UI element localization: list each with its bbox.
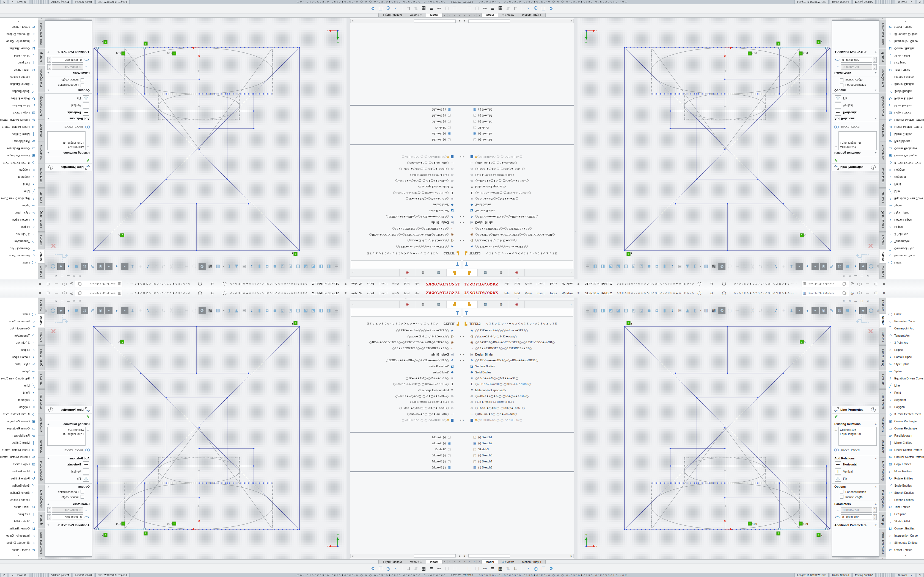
scrollbar-thumb[interactable] bbox=[414, 19, 456, 23]
feature-tool-icon-24[interactable]: ◇ bbox=[765, 263, 772, 270]
tree-item-row[interactable]: ▶▆◘◯2SЗΕИNΛ∩∙◯∘◯∙∩ΛNИЗΕS2◯ bbox=[462, 155, 522, 160]
bottom-tool-icon-5[interactable]: ⇅ bbox=[504, 566, 512, 571]
quick-access-toolbar-glyphs-right[interactable]: ⊙∙⊙ЗΕ⊙♟⊙2S⊙∙⊙ЗΕ⊙⊃C⊙✚⊙∘∘... bbox=[734, 283, 799, 285]
search-dropdown-icon[interactable]: ▾ bbox=[846, 283, 848, 285]
panel-collapse-grip[interactable]: ∘ bbox=[350, 298, 462, 301]
configurationmanager-tab[interactable]: ⊕ bbox=[415, 269, 431, 276]
tool-fit-spline[interactable]: ∫Fit Spline bbox=[886, 60, 924, 66]
options-section[interactable]: Options ∧ bbox=[45, 483, 92, 489]
feature-tool-icon-12[interactable]: ⊞ bbox=[241, 307, 247, 314]
option-infinite-length[interactable]: Infinite length bbox=[45, 494, 92, 500]
relation-entry[interactable]: Equal length109 bbox=[840, 432, 876, 436]
feature-tool-icon-1[interactable]: ◧ bbox=[325, 263, 332, 270]
cm-tab-mold-tools[interactable]: Mold Tools bbox=[879, 120, 887, 141]
doc-minimize-icon[interactable]: — bbox=[853, 274, 859, 277]
tree-item-row[interactable]: ≡Material <not specified> bbox=[462, 184, 506, 190]
tool-extend-entities[interactable]: ⊢Extend Entities bbox=[886, 496, 924, 503]
spinner-control[interactable]: ▲▼ bbox=[873, 507, 877, 513]
doc-restore-icon[interactable]: ❐ bbox=[59, 300, 65, 303]
tags-icon[interactable]: ✎ bbox=[917, 573, 924, 577]
spinner-control[interactable]: ▲▼ bbox=[47, 514, 51, 520]
feature-tool-icon-31[interactable]: ◉ bbox=[820, 263, 827, 270]
tab-nav-icon-3[interactable]: » bbox=[442, 13, 447, 17]
feature-tool-icon-37[interactable]: ◯ bbox=[50, 263, 57, 270]
additional-parameters-section[interactable]: Additional Parameters ∨ bbox=[45, 522, 92, 527]
tool-offset-entities[interactable]: ⊂Offset Entities bbox=[0, 546, 38, 553]
status-custom-dropdown[interactable]: Custom▲ bbox=[9, 0, 29, 4]
parameters-section[interactable]: Parameters ∧ bbox=[45, 71, 92, 76]
tool-partial-ellipse[interactable]: ◖Partial Ellipse bbox=[0, 353, 38, 361]
cm-tab-surfaces[interactable]: Surfaces bbox=[879, 328, 887, 345]
spin-down-icon[interactable]: ▼ bbox=[873, 57, 877, 60]
feature-tool-icon-36[interactable]: ● bbox=[57, 307, 65, 314]
feature-tool-icon-6[interactable]: ◰ bbox=[630, 307, 637, 314]
tree-sketch-row[interactable]: ▦(-)Sketch6 bbox=[432, 107, 462, 112]
tool-spline[interactable]: ∾Spline bbox=[886, 367, 924, 375]
tree-item-row[interactable]: ▶▤Design Binder bbox=[431, 220, 462, 225]
tool-move-entities[interactable]: ⇄Move Entities bbox=[0, 102, 38, 110]
option-for-construction[interactable]: For construction bbox=[832, 489, 879, 494]
tool-center-rectangle[interactable]: ▣Center Rectangle bbox=[886, 152, 924, 160]
spin-up-icon[interactable]: ▲ bbox=[873, 507, 877, 510]
quick-access-toolbar-glyphs-right[interactable]: ⊙∙⊙ЗΕ⊙♟⊙2S⊙∙⊙ЗΕ⊙⊃C⊙✚⊙∘∘... bbox=[124, 283, 190, 285]
feature-tool-icon-13[interactable]: ◭ bbox=[684, 307, 691, 314]
feature-tool-icon-23[interactable]: ⇄ bbox=[160, 307, 167, 314]
tool-corner-rectangle[interactable]: ▭Corner Rectangle bbox=[0, 425, 38, 432]
tool-segment[interactable]: ⁘Segment bbox=[0, 174, 38, 181]
feature-tool-icon-0[interactable]: ▤ bbox=[584, 263, 591, 270]
tree-sketch-row[interactable]: ▢(-)Sketch5 bbox=[432, 453, 462, 458]
cm-tab-mesh-modeling[interactable]: Mesh Modeling bbox=[37, 458, 45, 484]
tree-item-row[interactable]: ▶▤Design Binder bbox=[462, 352, 493, 357]
bottom-tool-icon-5[interactable]: ⇅ bbox=[412, 566, 420, 571]
tool-3-point-center-recta-[interactable]: ◇3 Point Center Recta... bbox=[886, 160, 924, 166]
panel-help-icon[interactable]: ? bbox=[871, 408, 876, 412]
menu-insert[interactable]: Insert bbox=[377, 282, 390, 286]
cm-tab-sheet-metal[interactable]: Sheet Metal bbox=[37, 389, 45, 413]
bottom-tool-icon-6[interactable]: ∟ bbox=[512, 6, 520, 11]
tool-move-entities[interactable]: ⇄Move Entities bbox=[886, 467, 924, 475]
tags-icon[interactable]: ✎ bbox=[0, 573, 7, 577]
bottom-tool-icon-1[interactable]: ❏ bbox=[473, 6, 481, 11]
feature-tool-icon-6[interactable]: ◰ bbox=[287, 307, 294, 314]
tool-silhouette-entities[interactable]: ◐Silhouette Entities bbox=[886, 539, 924, 546]
fix-relation-button[interactable]: ⚓Fix bbox=[832, 95, 879, 102]
tree-item-row[interactable]: Σ◯2SИN⊙∘✚Α∪ºЗΕ◯∘◯ЗΕº∪Α✚∘⊙NИS2◯ bbox=[462, 381, 531, 387]
scroll-right-icon[interactable]: ▶ bbox=[351, 20, 354, 23]
tool-centerpoint-arc[interactable]: ⌒Centerpoint Arc bbox=[0, 325, 38, 332]
feature-tool-icon-28[interactable]: ◔ bbox=[121, 263, 128, 270]
horizontal-relation-button[interactable]: —Horizontal bbox=[832, 461, 879, 468]
configurationmanager-tab[interactable]: ⊕ bbox=[493, 269, 509, 276]
pin-menu-icon[interactable]: ✶ bbox=[577, 282, 580, 286]
tree-item-row[interactable]: ◉◯2S✚ЗΕS2◯ИN⊙∘✚⊃CЗΕ∩ЗΕ2S◯∘◯2SЗΕ∩ЗΕC⊂✚∘⊙N… bbox=[369, 340, 462, 345]
tree-item-row[interactable]: ◔◯2S♟⊙2SИNЗΕS2◯∘◯2SЗΕИN2S⊙♟S2◯ bbox=[392, 226, 462, 231]
tree-item-row[interactable]: ▶▆◘◯2SЗΕИNΛ∩∙◯∘◯∙∩ΛNИЗΕS2◯ bbox=[402, 155, 462, 160]
feature-tool-icon-9[interactable]: ◘ bbox=[264, 263, 271, 270]
tree-item-row[interactable]: ▱◯✚ИN⊙♟∔◯✱⊙∣◯∘◯∣⊙✱◯∔♟⊙NИ✚◯ bbox=[462, 393, 529, 399]
feature-tool-icon-36[interactable]: ● bbox=[859, 263, 867, 270]
feature-tool-icon-28[interactable]: ◔ bbox=[796, 307, 803, 314]
parameter-value[interactable]: 10.88152731 bbox=[52, 64, 83, 70]
tree-sketch-row[interactable]: ▢(-)Sketch1 bbox=[432, 137, 462, 143]
tool-silhouette-entities[interactable]: ◐Silhouette Entities bbox=[0, 31, 38, 38]
feature-tool-icon-10[interactable]: ▮ bbox=[661, 307, 668, 314]
user-account-icon[interactable]: ◎ bbox=[849, 291, 856, 295]
tool-sketch-fillet[interactable]: ◞Sketch Fillet bbox=[886, 517, 924, 525]
feature-tool-icon-33[interactable]: ◍ bbox=[81, 263, 88, 270]
spin-up-icon[interactable]: ▲ bbox=[47, 67, 51, 70]
tool-tangent-arc[interactable]: ◠Tangent Arc bbox=[886, 332, 924, 339]
tab-nav-icon-3[interactable]: » bbox=[442, 560, 447, 564]
tree-sketch-row[interactable]: ▢(-)Sketch4 bbox=[432, 113, 462, 118]
cm-tab-sketch[interactable]: Sketch bbox=[37, 250, 45, 263]
feature-tool-icon-30[interactable]: ✂ bbox=[811, 263, 819, 270]
option-for-construction[interactable]: For construction bbox=[45, 83, 92, 88]
feature-tool-icon-8[interactable]: ◙ bbox=[271, 263, 278, 270]
propertymanager-tab[interactable]: ⊟ bbox=[478, 269, 493, 276]
vertical-relation-button[interactable]: ❙Vertical bbox=[45, 468, 92, 475]
add-relations-section[interactable]: Add Relations ∧ bbox=[832, 455, 879, 461]
tool-corner-rectangle[interactable]: ▭Corner Rectangle bbox=[886, 145, 924, 152]
feature-tool-icon-5[interactable]: ◫ bbox=[623, 307, 630, 314]
bottom-tool-icon-8[interactable]: ◔ bbox=[524, 566, 532, 571]
feature-tool-icon-0[interactable]: ▤ bbox=[333, 263, 340, 270]
tree-sketch-row[interactable]: ▦(-)Sketch2 bbox=[432, 131, 462, 137]
panel-splitter[interactable]: ◦ bbox=[346, 298, 350, 559]
